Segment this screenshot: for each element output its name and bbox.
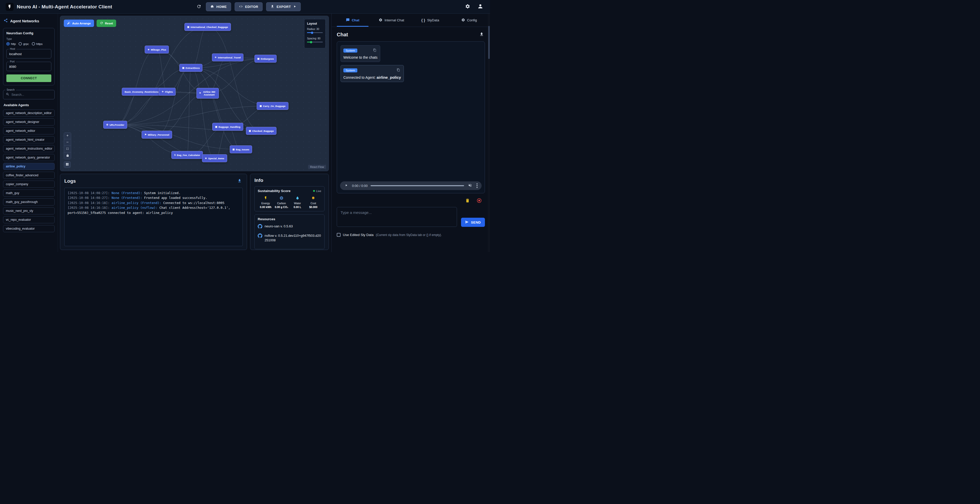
- graph-node-bag_issues[interactable]: ▣Bag_Issues: [230, 146, 252, 153]
- lock-button[interactable]: [64, 153, 71, 159]
- node-icon: ⚑: [144, 134, 146, 136]
- kebab-menu-icon[interactable]: [476, 183, 478, 189]
- graph-node-flights[interactable]: ✈Flights: [159, 87, 176, 95]
- graph-node-special[interactable]: ★Special_Items: [202, 154, 227, 162]
- agent-list-item[interactable]: airline_policy: [3, 163, 55, 170]
- download-icon: [270, 5, 274, 9]
- metric-name: Energy: [261, 202, 270, 205]
- node-icon: ▣: [187, 25, 189, 28]
- radius-slider-thumb[interactable]: [311, 32, 313, 34]
- agent-list-item[interactable]: agent_network_designer: [3, 118, 55, 126]
- port-label: Port: [9, 60, 16, 63]
- agent-list-item[interactable]: agent_network_query_generator: [3, 154, 55, 161]
- zoom-out-button[interactable]: [64, 139, 71, 146]
- tab-config[interactable]: Config: [450, 14, 488, 27]
- carbon-icon: [280, 196, 283, 201]
- chat-title: Chat: [337, 32, 348, 38]
- stop-stream-button[interactable]: [476, 197, 483, 205]
- agent-list-item[interactable]: music_nerd_pro_sly: [3, 207, 55, 215]
- window-scrollbar[interactable]: [488, 14, 490, 252]
- graph-node-carry_on[interactable]: ▣Carry_On_Baggage: [257, 102, 288, 110]
- refresh-button[interactable]: [196, 3, 202, 11]
- graph-node-intl_travel[interactable]: ✈International_Travel: [212, 53, 243, 61]
- download-logs-button[interactable]: [236, 178, 243, 185]
- graph-node-mileage[interactable]: ★Mileage_Plus: [145, 46, 169, 54]
- agent-list-item[interactable]: vibecoding_evaluator: [3, 225, 55, 232]
- user-menu-button[interactable]: [476, 2, 484, 11]
- resource-item[interactable]: nsflow v. 0.5.21.dev110+g947f503.d202510…: [258, 234, 321, 243]
- use-sly-data-label: Use Edited Sly Data: [343, 233, 374, 237]
- tab-slydata[interactable]: { } SlyData: [411, 14, 450, 27]
- node-icon: ▦: [257, 57, 259, 60]
- node-label: URLProvider: [110, 123, 124, 126]
- agent-list-item[interactable]: agent_network_html_creator: [3, 136, 55, 143]
- graph-edge: [191, 68, 241, 149]
- radio-http[interactable]: http: [6, 42, 16, 46]
- agent-list-item[interactable]: agent_network_instructions_editor: [3, 145, 55, 152]
- editor-button[interactable]: EDITOR: [235, 2, 262, 11]
- zoom-out-icon: [66, 140, 69, 145]
- tab-chat[interactable]: Chat: [333, 14, 372, 27]
- auto-arrange-button[interactable]: Auto Arrange: [64, 19, 94, 27]
- window-scrollbar-thumb[interactable]: [488, 26, 490, 59]
- node-icon: ▣: [249, 130, 251, 132]
- graph-node-a360[interactable]: ✈Airline 360 Assistant: [196, 88, 219, 99]
- zoom-in-button[interactable]: [64, 133, 71, 139]
- log-entries[interactable]: [2025-10-08 14:08:27]: None (Frontend): …: [64, 188, 243, 246]
- mute-button[interactable]: [467, 183, 473, 189]
- export-button[interactable]: EXPORT: [266, 2, 301, 11]
- canvas-controls: [64, 132, 71, 159]
- fit-view-button[interactable]: [64, 146, 71, 153]
- spacing-slider[interactable]: [307, 42, 323, 43]
- sender-badge: System: [344, 49, 357, 52]
- search-input[interactable]: [11, 93, 52, 97]
- agent-list-item[interactable]: vc_repo_evaluator: [3, 216, 55, 223]
- graph-node-basic_econ[interactable]: Basic_Economy_Restrictions: [122, 87, 161, 95]
- agent-list-item[interactable]: math_guy: [3, 189, 55, 197]
- graph-node-bag_handling[interactable]: ▣Baggage_Handling: [212, 123, 243, 131]
- port-field[interactable]: [9, 65, 49, 68]
- graph-node-urlprov[interactable]: ⚙URLProvider: [103, 121, 127, 129]
- host-field[interactable]: [9, 52, 49, 56]
- node-label: Mileage_Plus: [151, 48, 166, 51]
- minimap-toggle-button[interactable]: [64, 161, 71, 168]
- radio-https[interactable]: https: [32, 42, 43, 46]
- resource-item[interactable]: neuro-san v. 0.5.63: [258, 224, 321, 230]
- agent-network-canvas[interactable]: ▣International_Checked_Baggage★Mileage_P…: [60, 16, 329, 171]
- connect-button[interactable]: CONNECT: [6, 75, 51, 82]
- node-icon: ✈: [199, 92, 201, 94]
- graph-node-extract[interactable]: ▤ExtractDocs: [180, 64, 202, 72]
- spacing-slider-thumb[interactable]: [310, 41, 312, 43]
- message-input[interactable]: [337, 207, 457, 227]
- home-button[interactable]: HOME: [206, 2, 231, 11]
- copy-message-button[interactable]: [372, 48, 377, 54]
- chat-messages[interactable]: System Welcome to the chats System: [337, 41, 485, 193]
- radio-grpc[interactable]: grpc: [19, 42, 29, 46]
- gear-icon: [379, 18, 382, 22]
- graph-node-embargoes[interactable]: ▦Embargoes: [255, 55, 277, 62]
- live-label: Live: [316, 189, 321, 192]
- graph-node-military[interactable]: ⚑Military_Personnel: [142, 130, 172, 138]
- agent-list-item[interactable]: agent_network_description_editor: [3, 110, 55, 117]
- cost-icon: [311, 196, 315, 201]
- agent-list-item[interactable]: coffee_finder_advanced: [3, 172, 55, 179]
- radius-slider[interactable]: [307, 32, 323, 33]
- agent-list-item[interactable]: agent_network_editor: [3, 127, 55, 134]
- graph-node-icb[interactable]: ▣International_Checked_Baggage: [184, 23, 231, 31]
- send-button[interactable]: SEND: [461, 218, 485, 227]
- settings-button[interactable]: [464, 3, 471, 11]
- agent-list-item[interactable]: math_guy_passthrough: [3, 199, 55, 205]
- download-chat-button[interactable]: [478, 31, 485, 38]
- audio-seek-slider[interactable]: [371, 185, 464, 186]
- graph-node-bag_fee[interactable]: $Bag_Fee_Calculator: [172, 151, 203, 159]
- graph-node-checked[interactable]: ▣Checked_Baggage: [246, 127, 277, 135]
- tab-internal-chat[interactable]: Internal Chat: [372, 14, 411, 27]
- play-audio-button[interactable]: [344, 183, 349, 189]
- copy-message-button[interactable]: [396, 67, 401, 73]
- node-label: International_Checked_Baggage: [191, 25, 228, 28]
- reactflow-attribution[interactable]: React Flow: [308, 165, 326, 169]
- reset-button[interactable]: Reset: [97, 19, 116, 27]
- clear-chat-button[interactable]: [464, 197, 471, 205]
- use-sly-data-checkbox[interactable]: [337, 233, 340, 237]
- agent-list-item[interactable]: copier_company: [3, 181, 55, 188]
